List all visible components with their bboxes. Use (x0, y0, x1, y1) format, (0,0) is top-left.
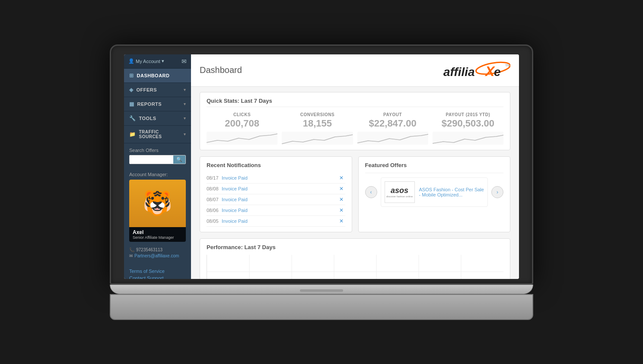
laptop-base (110, 285, 533, 294)
stats-grid: CLICKS 200,708 CONVERSIONS 1 (207, 112, 503, 145)
stat-conversions: CONVERSIONS 18,155 (282, 112, 353, 145)
affiliaxe-logo: affilia X e TM (441, 60, 510, 81)
traffic-sources-icon: 📁 (129, 131, 136, 137)
notification-row: 08/05 Invoice Paid ✕ (207, 216, 345, 227)
quick-stats-title: Quick Stats: Last 7 Days (207, 98, 503, 107)
notif-link-2[interactable]: Invoice Paid (222, 186, 337, 191)
notif-date-1: 08/17 (207, 175, 222, 180)
logo-area: affilia X e TM (441, 60, 510, 81)
laptop-frame: 👤 My Account ▾ ✉ ⊞ Dashboard ◈ OFFERS ▾ (110, 44, 533, 320)
manager-contact: 📞 97235463113 ✉ Partners@affiliaxe.com (129, 245, 186, 262)
manager-title: Senior Affiliate Manager (133, 235, 182, 240)
notif-link-4[interactable]: Invoice Paid (222, 208, 337, 213)
notification-row: 08/17 Invoice Paid ✕ (207, 173, 345, 184)
conversions-value: 18,155 (282, 118, 353, 129)
clicks-value: 200,708 (207, 118, 277, 129)
email-icon: ✉ (129, 253, 133, 258)
tiger-mascot-icon: 🐯 (143, 191, 172, 215)
notif-link-1[interactable]: Invoice Paid (222, 175, 337, 180)
notif-link-5[interactable]: Invoice Paid (222, 218, 337, 224)
manager-info: Axel Senior Affiliate Manager (129, 227, 186, 242)
main-content: Dashboard affilia X e TM (191, 54, 519, 279)
manager-phone: 📞 97235463113 (129, 247, 186, 252)
two-column-section: Recent Notifications 08/17 Invoice Paid … (200, 156, 510, 232)
tools-chevron-icon: ▾ (184, 116, 186, 120)
sidebar-item-tools[interactable]: 🔧 TOOLs ▾ (124, 111, 191, 126)
my-account-button[interactable]: 👤 My Account ▾ (128, 58, 164, 64)
notif-date-5: 08/05 (207, 218, 222, 224)
search-input[interactable] (130, 155, 173, 164)
conversions-label: CONVERSIONS (282, 112, 353, 117)
payout-ytd-label: PAYOUT (2015 YTD) (433, 112, 503, 117)
tools-icon: 🔧 (129, 115, 136, 121)
notif-close-2[interactable]: ✕ (337, 186, 345, 192)
stat-clicks: CLICKS 200,708 (207, 112, 277, 145)
sidebar-item-reports[interactable]: ▦ REPORTS ▾ (124, 97, 191, 111)
performance-chart (207, 255, 503, 279)
offers-chevron-icon: ▾ (184, 88, 186, 92)
notifications-box: Recent Notifications 08/17 Invoice Paid … (200, 156, 352, 232)
stat-payout-ytd: PAYOUT (2015 YTD) $290,503.00 (433, 112, 503, 145)
featured-offer-card: asos discover fashion online ASOS Fashio… (381, 177, 488, 207)
notif-close-3[interactable]: ✕ (337, 196, 345, 203)
notif-close-4[interactable]: ✕ (337, 207, 345, 213)
account-manager-label: Account Manager: (129, 172, 186, 177)
search-offers-section: Search Offers 🔍 (124, 143, 191, 168)
search-button[interactable]: 🔍 (173, 155, 185, 164)
notification-row: 08/07 Invoice Paid ✕ (207, 194, 345, 205)
sidebar-item-offers[interactable]: ◈ OFFERS ▾ (124, 83, 191, 97)
notif-date-4: 08/06 (207, 208, 222, 213)
laptop-keyboard (110, 294, 533, 320)
dashboard-icon: ⊞ (129, 73, 134, 79)
conversions-sparkline (282, 132, 353, 145)
laptop-screen-frame: 👤 My Account ▾ ✉ ⊞ Dashboard ◈ OFFERS ▾ (110, 44, 533, 285)
notifications-title: Recent Notifications (207, 162, 345, 168)
phone-icon: 📞 (129, 247, 134, 252)
manager-email[interactable]: ✉ Partners@affiliaxe.com (129, 253, 186, 258)
svg-text:affilia: affilia (443, 65, 475, 79)
notification-row: 08/06 Invoice Paid ✕ (207, 205, 345, 216)
quick-stats-box: Quick Stats: Last 7 Days CLICKS 200,708 (200, 92, 510, 150)
notif-close-1[interactable]: ✕ (337, 175, 345, 181)
notification-row: 08/08 Invoice Paid ✕ (207, 184, 345, 194)
sidebar-footer: Terms of Service Contact Support (124, 265, 191, 279)
payout-ytd-sparkline (433, 132, 503, 145)
terms-of-service-link[interactable]: Terms of Service (129, 269, 186, 274)
notif-date-3: 08/07 (207, 197, 222, 202)
traffic-chevron-icon: ▾ (184, 132, 186, 136)
account-manager-section: Account Manager: 🐯 Axel Senior Affiliate… (124, 168, 191, 265)
featured-offers-title: Featured Offers (365, 162, 504, 168)
user-icon: 👤 (128, 58, 134, 64)
sidebar-item-traffic-sources[interactable]: 📁 TRAFFIC SOURCES ▾ (124, 126, 191, 143)
manager-card: 🐯 Axel Senior Affiliate Manager (129, 180, 186, 242)
featured-next-button[interactable]: › (491, 186, 503, 198)
manager-name: Axel (133, 229, 182, 235)
offer-title[interactable]: ASOS Fashion - Cost Per Sale - Mobile Op… (419, 187, 484, 197)
notif-close-5[interactable]: ✕ (337, 218, 345, 224)
manager-avatar: 🐯 (129, 180, 186, 227)
mail-icon-button[interactable]: ✉ (181, 58, 187, 65)
offer-logo-box: asos discover fashion online (385, 181, 415, 203)
svg-text:e: e (494, 65, 501, 79)
payout-sparkline (357, 132, 428, 145)
reports-icon: ▦ (129, 101, 134, 107)
laptop-screen: 👤 My Account ▾ ✉ ⊞ Dashboard ◈ OFFERS ▾ (124, 54, 519, 279)
featured-prev-button[interactable]: ‹ (365, 186, 377, 198)
sidebar-top-bar: 👤 My Account ▾ ✉ (124, 54, 191, 69)
reports-chevron-icon: ▾ (184, 102, 186, 106)
clicks-sparkline (207, 132, 277, 145)
chart-grid-svg (207, 255, 503, 279)
notif-link-3[interactable]: Invoice Paid (222, 197, 337, 202)
performance-title: Performance: Last 7 Days (207, 244, 503, 250)
main-body: Quick Stats: Last 7 Days CLICKS 200,708 (191, 87, 519, 279)
search-offers-label: Search Offers (129, 148, 186, 153)
featured-offers-content: ‹ asos discover fashion online ASOS Fash… (365, 177, 504, 207)
sidebar: 👤 My Account ▾ ✉ ⊞ Dashboard ◈ OFFERS ▾ (124, 54, 191, 279)
stat-payout: PAYOUT $22,847.00 (357, 112, 428, 145)
contact-support-link[interactable]: Contact Support (129, 275, 186, 279)
page-title: Dashboard (200, 65, 242, 75)
sidebar-item-dashboard[interactable]: ⊞ Dashboard (124, 69, 191, 83)
featured-offers-box: Featured Offers ‹ asos discover fashion … (358, 156, 511, 232)
offer-logo: asos discover fashion online (386, 186, 413, 198)
payout-ytd-value: $290,503.00 (433, 118, 503, 129)
